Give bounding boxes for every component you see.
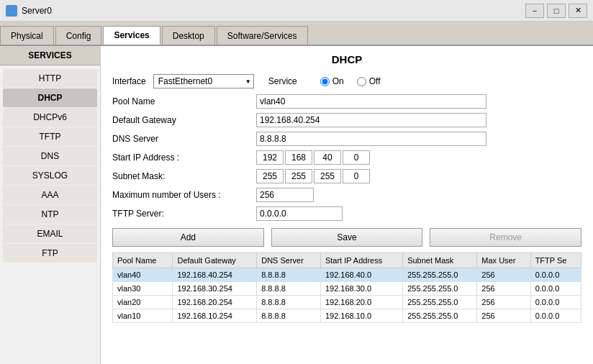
save-button[interactable]: Save [271, 228, 423, 247]
max-users-input[interactable] [256, 188, 314, 202]
table-row[interactable]: vlan40192.168.40.2548.8.8.8192.168.40.02… [113, 268, 581, 282]
start-ip-label: Start IP Address : [112, 153, 256, 163]
table-cell: 192.168.10.254 [173, 309, 257, 323]
sidebar-item-tftp[interactable]: TFTP [3, 127, 97, 146]
button-row: Add Save Remove [112, 228, 581, 247]
radio-off-input[interactable] [357, 77, 366, 86]
start-ip-row: Start IP Address : [112, 150, 581, 165]
window-title: Server0 [22, 6, 525, 16]
sidebar-item-dns[interactable]: DNS [3, 147, 97, 165]
tab-software-services[interactable]: Software/Services [217, 26, 308, 45]
table-cell: 192.168.10.0 [320, 309, 402, 323]
table-cell: 8.8.8.8 [257, 309, 321, 323]
table-cell: 192.168.30.254 [173, 282, 257, 296]
window-controls: − □ ✕ [525, 4, 587, 18]
dns-server-row: DNS Server [112, 132, 581, 146]
dhcp-table: Pool Name Default Gateway DNS Server Sta… [112, 252, 581, 323]
table-cell: 255.255.255.0 [403, 268, 477, 282]
default-gateway-input[interactable] [256, 113, 486, 127]
table-cell: 256 [477, 282, 530, 296]
max-users-row: Maximum number of Users : [112, 188, 581, 202]
sidebar-item-ntp[interactable]: NTP [3, 205, 97, 224]
tftp-server-row: TFTP Server: [112, 206, 581, 221]
minimize-button[interactable]: − [525, 4, 544, 18]
sidebar-item-http[interactable]: HTTP [3, 69, 97, 88]
remove-button[interactable]: Remove [430, 228, 581, 247]
section-title: DHCP [112, 53, 581, 65]
interface-label: Interface [112, 76, 146, 86]
pool-name-input[interactable] [256, 94, 486, 109]
tab-desktop[interactable]: Desktop [162, 26, 215, 45]
table-cell: vlan10 [113, 309, 173, 323]
default-gateway-row: Default Gateway [112, 113, 581, 127]
subnet-mask-label: Subnet Mask: [112, 171, 256, 181]
subnet-mask-group [256, 169, 370, 183]
tab-bar: Physical Config Services Desktop Softwar… [0, 22, 593, 46]
content-area: DHCP Interface FastEthernet0 GigabitEthe… [101, 46, 593, 364]
tab-physical[interactable]: Physical [0, 26, 54, 45]
interface-select[interactable]: FastEthernet0 GigabitEthernet0 Serial0 [153, 74, 254, 88]
col-gateway: Default Gateway [173, 253, 257, 268]
tab-config[interactable]: Config [55, 26, 102, 45]
main-area: SERVICES HTTP DHCP DHCPv6 TFTP DNS SYSLO… [0, 46, 593, 364]
add-button[interactable]: Add [112, 228, 264, 247]
col-tftp: TFTP Se [530, 253, 581, 268]
sidebar-item-ftp[interactable]: FTP [3, 244, 97, 263]
sidebar-item-syslog[interactable]: SYSLOG [3, 166, 97, 185]
radio-on[interactable]: On [320, 76, 344, 86]
subnet-octet3[interactable] [314, 169, 341, 183]
radio-off[interactable]: Off [357, 76, 381, 86]
table-cell: vlan30 [113, 282, 173, 296]
max-users-label: Maximum number of Users : [112, 190, 256, 200]
table-cell: 256 [477, 309, 530, 323]
subnet-mask-row: Subnet Mask: [112, 169, 581, 183]
col-mask: Subnet Mask [403, 253, 477, 268]
table-cell: 256 [477, 268, 530, 282]
table-row[interactable]: vlan10192.168.10.2548.8.8.8192.168.10.02… [113, 309, 581, 323]
start-ip-octet3[interactable] [314, 150, 341, 165]
close-button[interactable]: ✕ [569, 4, 587, 18]
radio-on-input[interactable] [320, 77, 330, 86]
sidebar-item-email[interactable]: EMAIL [3, 224, 97, 243]
sidebar-item-dhcp[interactable]: DHCP [3, 88, 97, 107]
table-row[interactable]: vlan30192.168.30.2548.8.8.8192.168.30.02… [113, 282, 581, 296]
sidebar-item-dhcpv6[interactable]: DHCPv6 [3, 108, 97, 127]
pool-name-label: Pool Name [112, 96, 256, 106]
subnet-octet1[interactable] [256, 169, 284, 183]
table-cell: vlan40 [113, 268, 173, 282]
table-cell: 192.168.20.0 [320, 296, 402, 309]
table-cell: 8.8.8.8 [257, 296, 321, 309]
tab-services[interactable]: Services [103, 26, 160, 45]
table-cell: 192.168.30.0 [320, 282, 402, 296]
default-gateway-label: Default Gateway [112, 115, 256, 125]
subnet-octet2[interactable] [285, 169, 312, 183]
table-cell: 255.255.255.0 [403, 296, 477, 309]
table-cell: 0.0.0.0 [530, 309, 581, 323]
sidebar-header: SERVICES [0, 46, 100, 65]
title-bar: Server0 − □ ✕ [0, 0, 593, 22]
table-cell: 255.255.255.0 [403, 309, 477, 323]
maximize-button[interactable]: □ [547, 4, 566, 18]
dns-server-input[interactable] [256, 132, 486, 146]
table-cell: 192.168.40.0 [320, 268, 402, 282]
table-cell: 8.8.8.8 [257, 268, 321, 282]
subnet-octet4[interactable] [343, 169, 370, 183]
start-ip-octet2[interactable] [285, 150, 312, 165]
sidebar-item-aaa[interactable]: AAA [3, 186, 97, 204]
table-cell: 0.0.0.0 [530, 268, 581, 282]
dns-server-label: DNS Server [112, 134, 256, 144]
pool-name-row: Pool Name [112, 94, 581, 109]
table-cell: vlan20 [113, 296, 173, 309]
interface-select-wrapper[interactable]: FastEthernet0 GigabitEthernet0 Serial0 [153, 74, 254, 88]
start-ip-octet1[interactable] [256, 150, 284, 165]
table-cell: 0.0.0.0 [530, 296, 581, 309]
table-row[interactable]: vlan20192.168.20.2548.8.8.8192.168.20.02… [113, 296, 581, 309]
col-max-user: Max User [477, 253, 530, 268]
start-ip-octet4[interactable] [343, 150, 370, 165]
radio-group: On Off [320, 76, 381, 86]
radio-on-label: On [332, 76, 344, 86]
col-dns: DNS Server [257, 253, 321, 268]
tftp-server-input[interactable] [256, 206, 343, 221]
tftp-server-label: TFTP Server: [112, 209, 256, 219]
service-group: Service On Off [268, 76, 381, 86]
